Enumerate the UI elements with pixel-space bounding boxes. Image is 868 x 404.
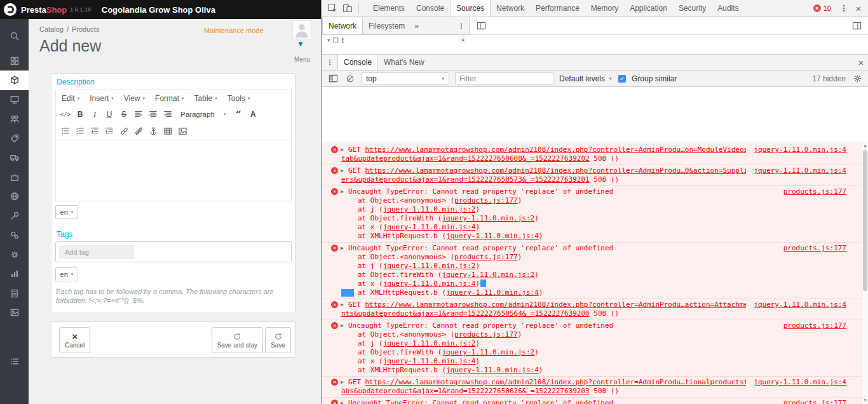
source-link[interactable]: jquery-1.11.0.min.js:4 <box>446 232 539 240</box>
sidebar-item-media[interactable] <box>0 303 29 323</box>
request-url-link[interactable]: https://www.lamarmotagrowshop.com/admin2… <box>365 166 747 175</box>
description-edit-area[interactable] <box>56 140 291 201</box>
source-link[interactable]: jquery-1.11.0.min.js:4 <box>383 357 476 365</box>
source-link[interactable]: jquery-1.11.0.min.js:4 <box>754 166 846 175</box>
drawer-tab-whats-new[interactable]: What's New <box>378 55 430 70</box>
drawer-tab-console[interactable]: Console <box>337 55 378 70</box>
sidebar-item-dashboard[interactable] <box>0 51 29 71</box>
sidebar-item-shipping[interactable] <box>0 148 29 168</box>
dock-side-icon[interactable] <box>849 18 864 34</box>
breadcrumb-products[interactable]: Products <box>72 25 99 33</box>
request-url-link[interactable]: nts&updateproduct&ajax=1&rand=1522227650… <box>341 309 590 318</box>
expand-icon[interactable]: ▶ <box>341 300 347 309</box>
clear-console-icon[interactable] <box>344 71 356 86</box>
insert-link-button[interactable] <box>117 124 131 138</box>
scrollbar-thumb[interactable] <box>863 150 867 291</box>
bullet-list-button[interactable] <box>58 124 72 138</box>
breadcrumb-catalog[interactable]: Catalog <box>39 25 64 33</box>
sidebar-item-localization[interactable] <box>0 187 29 206</box>
insert-image-button[interactable] <box>175 124 189 138</box>
save-and-stay-button[interactable]: Save and stay <box>212 327 263 353</box>
insert-table-button[interactable] <box>161 124 175 138</box>
anchor-button[interactable] <box>146 124 160 138</box>
expand-icon[interactable]: ▶ <box>341 145 347 154</box>
kebab-menu-icon[interactable] <box>322 55 337 70</box>
sidebar-item-customers[interactable] <box>0 109 29 129</box>
scroll-down-icon[interactable]: ▼ <box>862 397 868 403</box>
tag-input[interactable] <box>59 245 134 259</box>
tree-item[interactable]: ▾ t <box>322 35 470 44</box>
device-toolbar-icon[interactable] <box>340 1 355 16</box>
source-link[interactable]: jquery-1.11.0.min.js:2 <box>383 339 476 347</box>
source-link[interactable]: jquery-1.11.0.min.js:4 <box>754 378 846 387</box>
sidebar-item-stats[interactable] <box>0 264 29 284</box>
source-link[interactable]: products.js:177 <box>454 253 517 261</box>
sidebar-item-documents[interactable] <box>0 284 29 304</box>
numbered-list-button[interactable] <box>73 124 87 138</box>
strikethrough-button[interactable]: S <box>117 107 131 121</box>
save-button[interactable]: Save <box>265 327 291 353</box>
tree-expand-icon[interactable]: ▾ <box>327 37 330 43</box>
sidebar-item-preferences[interactable] <box>0 206 29 226</box>
menu-edit[interactable]: Edit▾ <box>62 94 79 103</box>
tab-elements[interactable]: Elements <box>367 0 410 17</box>
sidebar-item-orders[interactable] <box>0 90 29 110</box>
vertical-scrollbar[interactable]: ▲ ▼ <box>862 142 868 404</box>
kebab-menu-icon[interactable] <box>836 1 851 16</box>
source-link[interactable]: products.js:177 <box>454 196 517 205</box>
source-link[interactable]: jquery-1.11.0.min.js:4 <box>754 300 846 309</box>
request-url-link[interactable]: ers&updateproduct&ajax=1&rand=1522227650… <box>341 175 590 184</box>
menu-insert[interactable]: Insert▾ <box>90 94 114 103</box>
group-similar-checkbox[interactable]: ✓ <box>618 75 626 83</box>
align-right-button[interactable] <box>161 107 175 121</box>
source-link[interactable]: products.js:177 <box>783 321 846 330</box>
align-left-button[interactable] <box>132 107 146 121</box>
request-url-link[interactable]: https://www.lamarmotagrowshop.com/admin2… <box>365 378 747 386</box>
sidebar-item-administration[interactable] <box>0 245 29 265</box>
sidebar-item-advanced-parameters[interactable] <box>0 226 29 245</box>
sidebar-item-menu-list[interactable] <box>0 352 29 372</box>
request-url-link[interactable]: https://www.lamarmotagrowshop.com/admin2… <box>365 145 747 154</box>
devtools-close-icon[interactable]: × <box>851 3 865 14</box>
sidebar-item-modules[interactable] <box>0 168 29 187</box>
blockquote-button[interactable]: “ <box>231 107 245 121</box>
source-link[interactable]: jquery-1.11.0.min.js:2 <box>383 205 476 213</box>
menu-format[interactable]: Format▾ <box>155 94 184 103</box>
drawer-close-icon[interactable]: × <box>854 57 868 68</box>
console-filter-input[interactable] <box>455 72 553 84</box>
description-language-dropdown[interactable]: en▾ <box>55 205 78 219</box>
menu-collapse-icon[interactable]: ▼ <box>297 39 304 48</box>
console-settings-gear-icon[interactable] <box>851 71 863 86</box>
inspect-element-icon[interactable] <box>325 1 340 16</box>
description-label[interactable]: Description <box>57 77 95 86</box>
scroll-up-icon[interactable]: ▲ <box>459 36 466 43</box>
underline-button[interactable]: U <box>102 107 116 121</box>
source-link[interactable]: jquery-1.11.0.min.js:2 <box>442 271 534 279</box>
log-levels-dropdown[interactable]: Default levels ▼ <box>559 74 613 83</box>
navigator-panel-icon[interactable] <box>473 18 489 34</box>
outdent-button[interactable] <box>88 124 102 138</box>
expand-icon[interactable]: ▶ <box>341 166 347 175</box>
tab-filesystem[interactable]: Filesystem <box>363 22 410 30</box>
bold-button[interactable]: B <box>73 107 87 121</box>
source-link[interactable]: jquery-1.11.0.min.js:2 <box>442 214 534 222</box>
tab-network[interactable]: Network <box>491 0 530 17</box>
indent-button[interactable] <box>102 124 116 138</box>
tab-network-files[interactable]: Network <box>322 17 363 34</box>
employee-avatar[interactable] <box>292 20 311 39</box>
source-link[interactable]: jquery-1.11.0.min.js:2 <box>383 262 476 270</box>
tags-language-dropdown[interactable]: en▾ <box>55 267 78 281</box>
request-url-link[interactable]: abs&updateproduct&ajax=1&rand=1522227650… <box>341 387 590 395</box>
tab-memory[interactable]: Memory <box>585 0 624 17</box>
tab-application[interactable]: Application <box>624 0 673 17</box>
source-link[interactable]: products.js:177 <box>454 330 517 339</box>
cancel-button[interactable]: × Cancel <box>59 327 90 353</box>
source-link[interactable]: products.js:177 <box>783 399 846 404</box>
tab-audits[interactable]: Audits <box>712 0 744 17</box>
expand-icon[interactable]: ▶ <box>341 187 347 196</box>
align-center-button[interactable] <box>146 107 160 121</box>
error-count-badge[interactable]: × 10 <box>813 4 831 12</box>
tab-console[interactable]: Console <box>410 0 450 17</box>
kebab-menu-icon[interactable] <box>454 18 469 34</box>
request-url-link[interactable]: tab&updateproduct&ajax=1&rand=1522227650… <box>341 154 590 163</box>
